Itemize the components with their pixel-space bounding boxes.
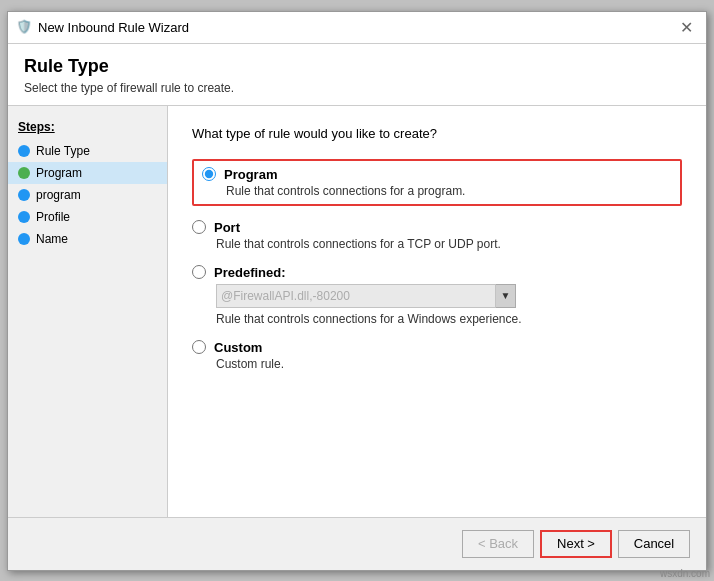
- port-desc: Rule that controls connections for a TCP…: [216, 237, 682, 251]
- program-radio[interactable]: [202, 167, 216, 181]
- program-option-box: Program Rule that controls connections f…: [192, 159, 682, 206]
- dot-icon-program: [18, 167, 30, 179]
- sidebar-label-rule-type: Rule Type: [36, 144, 90, 158]
- sidebar-label-action: program: [36, 188, 81, 202]
- predefined-select[interactable]: @FirewallAPI.dll,-80200: [216, 284, 496, 308]
- predefined-option-item: Predefined: @FirewallAPI.dll,-80200 ▼ Ru…: [192, 265, 682, 326]
- predefined-radio[interactable]: [192, 265, 206, 279]
- port-label[interactable]: Port: [214, 220, 240, 235]
- dropdown-arrow-icon: ▼: [496, 284, 516, 308]
- steps-label: Steps:: [8, 116, 167, 140]
- content-area: Steps: Rule Type Program program Profile…: [8, 106, 706, 517]
- back-button[interactable]: < Back: [462, 530, 534, 558]
- main-panel: What type of rule would you like to crea…: [168, 106, 706, 517]
- header-section: Rule Type Select the type of firewall ru…: [8, 44, 706, 106]
- custom-option-item: Custom Custom rule.: [192, 340, 682, 371]
- title-bar: 🛡️ New Inbound Rule Wizard ✕: [8, 12, 706, 44]
- sidebar-item-profile[interactable]: Profile: [8, 206, 167, 228]
- sidebar-item-program[interactable]: Program: [8, 162, 167, 184]
- footer: < Back Next > Cancel: [8, 517, 706, 570]
- sidebar-label-name: Name: [36, 232, 68, 246]
- dot-icon-rule-type: [18, 145, 30, 157]
- watermark: wsxdn.com: [660, 568, 710, 579]
- page-subtitle: Select the type of firewall rule to crea…: [24, 81, 690, 95]
- window-icon: 🛡️: [16, 19, 32, 35]
- option-group: Program Rule that controls connections f…: [192, 159, 682, 385]
- port-radio[interactable]: [192, 220, 206, 234]
- next-button[interactable]: Next >: [540, 530, 612, 558]
- program-option-row: Program: [202, 167, 672, 182]
- dot-icon-profile: [18, 211, 30, 223]
- sidebar: Steps: Rule Type Program program Profile…: [8, 106, 168, 517]
- predefined-dropdown-wrapper: @FirewallAPI.dll,-80200 ▼: [216, 284, 682, 308]
- sidebar-label-program: Program: [36, 166, 82, 180]
- dot-icon-name: [18, 233, 30, 245]
- custom-radio[interactable]: [192, 340, 206, 354]
- program-desc: Rule that controls connections for a pro…: [226, 184, 672, 198]
- custom-desc: Custom rule.: [216, 357, 682, 371]
- sidebar-item-name[interactable]: Name: [8, 228, 167, 250]
- custom-label[interactable]: Custom: [214, 340, 262, 355]
- sidebar-label-profile: Profile: [36, 210, 70, 224]
- close-button[interactable]: ✕: [674, 15, 698, 39]
- predefined-option-row: Predefined:: [192, 265, 682, 280]
- port-option-row: Port: [192, 220, 682, 235]
- custom-option-row: Custom: [192, 340, 682, 355]
- sidebar-item-rule-type[interactable]: Rule Type: [8, 140, 167, 162]
- page-title: Rule Type: [24, 56, 690, 77]
- main-question: What type of rule would you like to crea…: [192, 126, 682, 141]
- sidebar-item-action[interactable]: program: [8, 184, 167, 206]
- predefined-label[interactable]: Predefined:: [214, 265, 286, 280]
- port-option-item: Port Rule that controls connections for …: [192, 220, 682, 251]
- program-label[interactable]: Program: [224, 167, 277, 182]
- cancel-button[interactable]: Cancel: [618, 530, 690, 558]
- wizard-window: 🛡️ New Inbound Rule Wizard ✕ Rule Type S…: [7, 11, 707, 571]
- dot-icon-action: [18, 189, 30, 201]
- predefined-desc: Rule that controls connections for a Win…: [216, 312, 682, 326]
- window-title: New Inbound Rule Wizard: [38, 20, 674, 35]
